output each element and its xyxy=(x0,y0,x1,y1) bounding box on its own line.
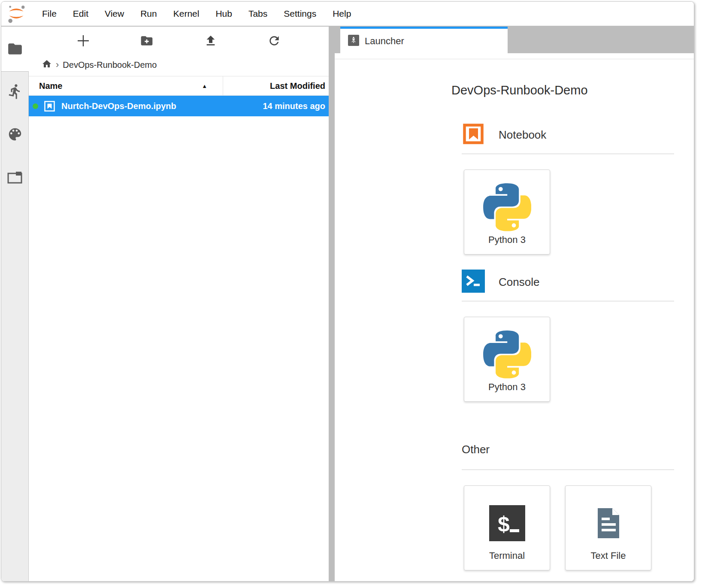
console-icon xyxy=(462,270,485,294)
python-icon xyxy=(483,180,531,234)
file-name: Nurtch-DevOps-Demo.ipynb xyxy=(61,101,263,111)
card-label: Terminal xyxy=(489,550,525,561)
file-row-selected[interactable]: Nurtch-DevOps-Demo.ipynb 14 minutes ago xyxy=(29,96,329,116)
menu-run[interactable]: Run xyxy=(132,9,165,19)
refresh-button[interactable] xyxy=(265,32,284,51)
new-launcher-button[interactable] xyxy=(74,32,93,51)
tabs-icon xyxy=(7,169,23,187)
running-icon xyxy=(7,83,23,101)
menu-view[interactable]: View xyxy=(97,9,132,19)
upload-button[interactable] xyxy=(201,32,220,51)
menu-kernel[interactable]: Kernel xyxy=(165,9,208,19)
file-browser-panel: › DevOps-Runbook-Demo Name ▲ Last Modifi… xyxy=(29,27,329,581)
file-browser-toolbar xyxy=(29,27,329,57)
launcher-card-notebook-python3[interactable]: Python 3 xyxy=(464,170,550,255)
menu-bar: File Edit View Run Kernel Hub Tabs Setti… xyxy=(1,2,694,27)
launcher-card-terminal[interactable]: $ Terminal xyxy=(464,485,550,570)
file-list-header: Name ▲ Last Modified xyxy=(29,76,329,96)
dock-tab-bar: Launcher xyxy=(335,27,694,53)
tab-launcher-label: Launcher xyxy=(365,36,404,47)
menu-hub[interactable]: Hub xyxy=(207,9,240,19)
file-last-modified: 14 minutes ago xyxy=(263,101,329,111)
card-label: Python 3 xyxy=(488,382,526,393)
folder-plus-icon xyxy=(140,34,154,49)
sidebar-item-open-tabs[interactable] xyxy=(6,169,24,188)
sort-ascending-icon: ▲ xyxy=(202,83,207,89)
jupyter-logo-icon xyxy=(6,3,27,24)
section-notebook-label: Notebook xyxy=(499,128,546,142)
new-folder-button[interactable] xyxy=(137,32,156,51)
refresh-icon xyxy=(267,34,281,49)
svg-text:$: $ xyxy=(498,512,510,536)
card-label: Python 3 xyxy=(488,234,526,246)
jupyterlab-window: File Edit View Run Kernel Hub Tabs Setti… xyxy=(1,1,694,582)
text-file-icon xyxy=(590,496,626,550)
home-icon[interactable] xyxy=(42,59,52,71)
breadcrumb-separator: › xyxy=(56,60,59,70)
launcher-cwd-title: DevOps-Runbook-Demo xyxy=(451,83,694,97)
breadcrumb-folder[interactable]: DevOps-Runbook-Demo xyxy=(63,60,157,70)
menu-tabs[interactable]: Tabs xyxy=(240,9,275,19)
breadcrumb: › DevOps-Runbook-Demo xyxy=(29,57,329,73)
other-card-row: $ Terminal xyxy=(464,485,694,570)
section-other-label: Other xyxy=(462,443,490,456)
menu-edit[interactable]: Edit xyxy=(65,9,97,19)
launcher-card-text-file[interactable]: Text File xyxy=(565,485,651,570)
dock-gap xyxy=(335,53,694,59)
section-divider xyxy=(462,470,674,470)
terminal-icon: $ xyxy=(489,496,525,550)
sidebar-item-running-sessions[interactable] xyxy=(6,83,24,102)
section-console-label: Console xyxy=(499,276,539,289)
console-card-row: Python 3 xyxy=(464,317,694,402)
notebook-card-row: Python 3 xyxy=(464,170,694,255)
launcher-icon xyxy=(348,35,359,48)
python-icon xyxy=(483,327,531,382)
section-other-header: Other xyxy=(462,443,694,456)
menu-settings[interactable]: Settings xyxy=(275,9,324,19)
upload-icon xyxy=(204,34,218,49)
section-divider xyxy=(462,301,674,301)
menu-help[interactable]: Help xyxy=(324,9,359,19)
plus-icon xyxy=(76,33,91,50)
column-header-last-modified[interactable]: Last Modified xyxy=(223,76,329,95)
section-notebook-header: Notebook xyxy=(462,122,694,147)
sidebar-item-file-browser[interactable] xyxy=(1,27,29,71)
card-label: Text File xyxy=(591,550,626,561)
kernel-running-dot xyxy=(33,103,38,109)
dock-panel: Launcher DevOps-Runbook-Demo Notebook xyxy=(335,27,694,581)
sidebar-inactive-area xyxy=(1,71,29,581)
tab-launcher[interactable]: Launcher xyxy=(340,27,508,53)
panel-splitter[interactable] xyxy=(329,27,335,581)
sidebar-item-command-palette[interactable] xyxy=(6,126,24,145)
column-header-name[interactable]: Name ▲ xyxy=(29,76,223,95)
section-console-header: Console xyxy=(462,270,694,294)
section-divider xyxy=(462,154,674,154)
palette-icon xyxy=(7,126,23,144)
menu-file[interactable]: File xyxy=(34,9,65,19)
launcher-panel: DevOps-Runbook-Demo Notebook xyxy=(335,59,694,581)
activity-sidebar xyxy=(1,27,29,581)
folder-icon xyxy=(6,39,24,58)
notebook-file-icon xyxy=(44,100,55,112)
launcher-card-console-python3[interactable]: Python 3 xyxy=(464,317,550,402)
notebook-icon xyxy=(462,122,485,147)
